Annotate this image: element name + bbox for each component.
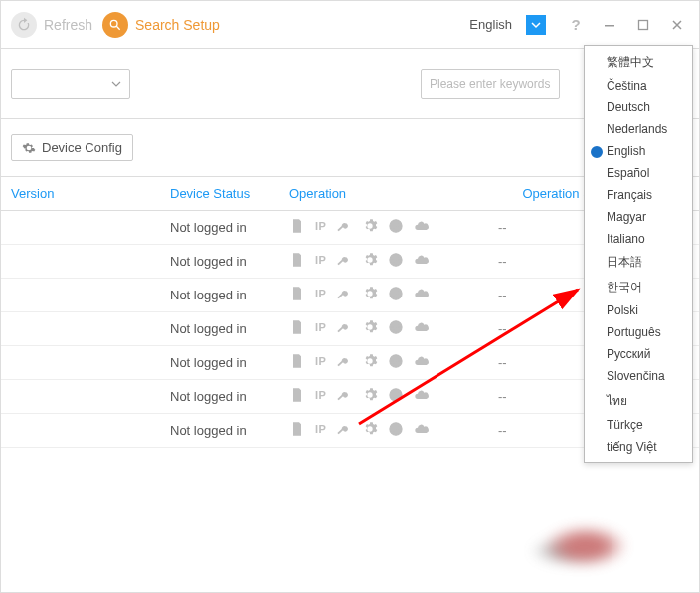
redacted-area: [490, 512, 669, 582]
browser-icon[interactable]: [388, 421, 404, 440]
gear-icon: [22, 141, 36, 155]
cloud-icon[interactable]: [414, 353, 430, 372]
gear-icon[interactable]: [362, 421, 378, 440]
cell-operation: IP: [289, 353, 478, 372]
keywords-input[interactable]: [421, 69, 560, 99]
ip-icon[interactable]: IP: [315, 319, 326, 338]
cell-device-status: Not logged in: [170, 423, 289, 438]
device-config-label: Device Config: [42, 140, 122, 155]
gear-icon[interactable]: [362, 319, 378, 338]
cell-operation: IP: [289, 421, 478, 440]
browser-icon[interactable]: [388, 353, 404, 372]
language-option[interactable]: Polski: [585, 299, 692, 321]
key-icon[interactable]: [336, 218, 352, 237]
language-option[interactable]: Türkçe: [585, 414, 692, 436]
search-setup-label: Search Setup: [135, 17, 220, 33]
ip-icon[interactable]: IP: [315, 421, 326, 440]
language-option[interactable]: Deutsch: [585, 97, 692, 118]
key-icon[interactable]: [336, 421, 352, 440]
language-option[interactable]: Português: [585, 321, 692, 343]
ip-icon[interactable]: IP: [315, 218, 326, 237]
doc-icon[interactable]: [289, 286, 305, 304]
gear-icon[interactable]: [362, 387, 378, 406]
doc-icon[interactable]: [289, 353, 305, 372]
cell-operation: IP: [289, 286, 478, 304]
doc-icon[interactable]: [289, 218, 305, 237]
language-option[interactable]: 繁體中文: [585, 50, 692, 75]
gear-icon[interactable]: [362, 353, 378, 372]
language-option[interactable]: Magyar: [585, 206, 692, 228]
cloud-icon[interactable]: [414, 387, 430, 406]
language-option[interactable]: English: [585, 140, 692, 162]
key-icon[interactable]: [336, 252, 352, 271]
language-option[interactable]: Español: [585, 162, 692, 184]
language-menu: 繁體中文ČeštinaDeutschNederlandsEnglishEspañ…: [584, 45, 693, 463]
language-option[interactable]: 한국어: [585, 275, 692, 299]
maximize-icon: [637, 19, 649, 31]
cell-device-status: Not logged in: [170, 355, 289, 370]
language-option[interactable]: tiếng Việt: [585, 436, 692, 458]
cloud-icon[interactable]: [414, 286, 430, 304]
cell-operation: IP: [289, 252, 478, 271]
help-button[interactable]: ?: [566, 15, 586, 35]
search-setup-button[interactable]: Search Setup: [102, 12, 220, 38]
header-version[interactable]: Version: [11, 186, 170, 201]
refresh-icon: [11, 12, 37, 38]
language-option[interactable]: Nederlands: [585, 118, 692, 140]
browser-icon[interactable]: [388, 286, 404, 304]
filter-dropdown[interactable]: [11, 69, 130, 99]
gear-icon[interactable]: [362, 218, 378, 237]
doc-icon[interactable]: [289, 252, 305, 271]
doc-icon[interactable]: [289, 421, 305, 440]
chevron-down-icon: [111, 79, 121, 89]
gear-icon[interactable]: [362, 252, 378, 271]
language-option[interactable]: Italiano: [585, 228, 692, 250]
cell-operation: IP: [289, 387, 478, 406]
language-option[interactable]: 日本語: [585, 250, 692, 275]
chevron-down-icon: [531, 20, 541, 30]
browser-icon[interactable]: [388, 218, 404, 237]
browser-icon[interactable]: [388, 252, 404, 271]
key-icon[interactable]: [336, 319, 352, 338]
close-icon: [671, 19, 683, 31]
svg-line-1: [116, 26, 119, 29]
language-option[interactable]: Slovenčina: [585, 365, 692, 387]
cloud-icon[interactable]: [414, 252, 430, 271]
minimize-button[interactable]: [600, 15, 619, 35]
search-icon: [102, 12, 128, 38]
key-icon[interactable]: [336, 353, 352, 372]
header-device-status[interactable]: Device Status: [170, 186, 289, 201]
cell-device-status: Not logged in: [170, 220, 289, 235]
language-option[interactable]: ไทย: [585, 387, 692, 414]
cell-device-status: Not logged in: [170, 254, 289, 269]
language-option[interactable]: Čeština: [585, 75, 692, 97]
browser-icon[interactable]: [388, 319, 404, 338]
cloud-icon[interactable]: [414, 421, 430, 440]
svg-point-0: [110, 20, 117, 27]
language-dropdown-toggle[interactable]: [526, 15, 546, 35]
maximize-button[interactable]: [633, 15, 653, 35]
ip-icon[interactable]: IP: [315, 252, 326, 271]
cloud-icon[interactable]: [414, 319, 430, 338]
close-button[interactable]: [667, 15, 687, 35]
header-operation[interactable]: Operation: [289, 186, 478, 201]
key-icon[interactable]: [336, 387, 352, 406]
ip-icon[interactable]: IP: [315, 286, 326, 304]
svg-rect-2: [605, 25, 614, 27]
ip-icon[interactable]: IP: [315, 387, 326, 406]
cloud-icon[interactable]: [414, 218, 430, 237]
doc-icon[interactable]: [289, 319, 305, 338]
language-option[interactable]: Русский: [585, 343, 692, 365]
gear-icon[interactable]: [362, 286, 378, 304]
svg-rect-3: [639, 20, 648, 29]
browser-icon[interactable]: [388, 387, 404, 406]
cell-device-status: Not logged in: [170, 288, 289, 302]
language-option[interactable]: Français: [585, 184, 692, 206]
minimize-icon: [604, 19, 615, 31]
ip-icon[interactable]: IP: [315, 353, 326, 372]
doc-icon[interactable]: [289, 387, 305, 406]
refresh-button[interactable]: Refresh: [11, 12, 92, 38]
cell-operation: IP: [289, 218, 478, 237]
device-config-button[interactable]: Device Config: [11, 134, 133, 161]
key-icon[interactable]: [336, 286, 352, 304]
